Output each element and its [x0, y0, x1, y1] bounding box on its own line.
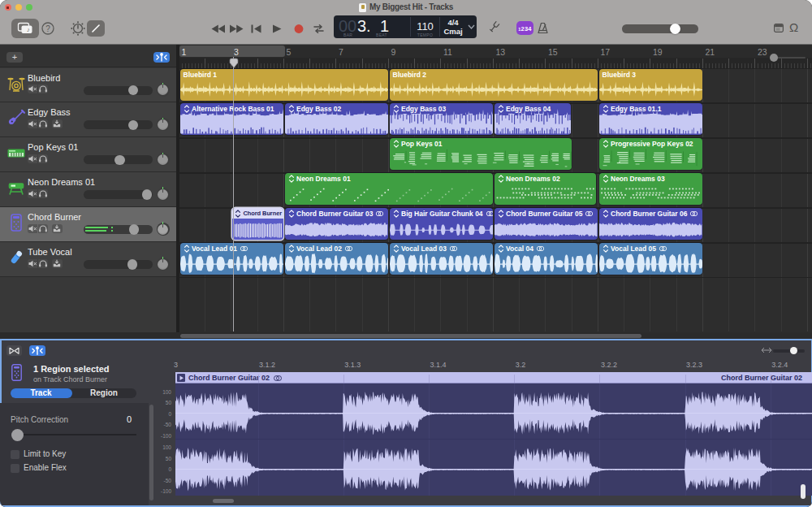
svg-text:?: ? — [45, 24, 50, 33]
svg-text:♪: ♪ — [27, 26, 30, 33]
